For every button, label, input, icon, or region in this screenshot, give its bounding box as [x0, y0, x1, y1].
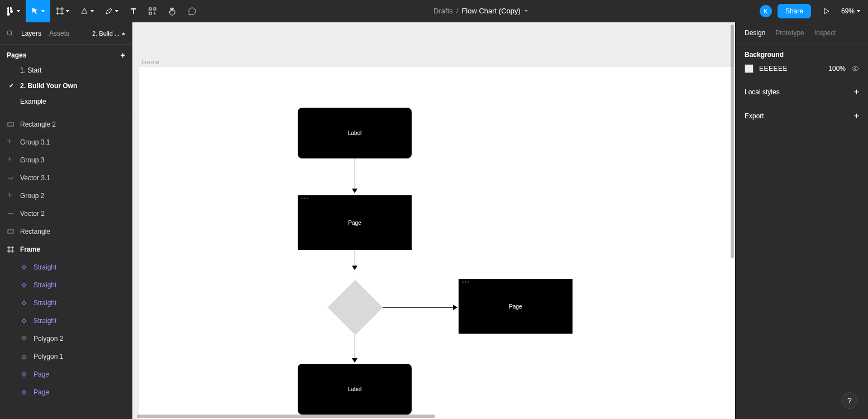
frame-label[interactable]: Frame: [141, 59, 159, 65]
export-section[interactable]: Export +: [736, 104, 868, 128]
layer-row[interactable]: Straight: [0, 276, 132, 294]
layer-row[interactable]: Vector 3.1: [0, 169, 132, 187]
flowchart-box-3[interactable]: Page: [459, 279, 573, 334]
diamond-icon: [20, 389, 28, 396]
move-tool[interactable]: [26, 0, 50, 22]
layer-row[interactable]: Group 3: [0, 151, 132, 169]
share-button[interactable]: Share: [778, 4, 811, 18]
page-indicator[interactable]: 2. Build ...: [92, 30, 125, 37]
zoom-menu[interactable]: 69%: [841, 7, 860, 15]
export-title: Export: [745, 112, 764, 120]
layers-section: Rectangle 2Group 3.1Group 3Vector 3.1Gro…: [0, 113, 132, 419]
add-page-button[interactable]: +: [121, 51, 125, 59]
svg-rect-7: [8, 157, 9, 159]
scrollbar-thumb[interactable]: [731, 25, 734, 258]
layer-row[interactable]: Straight: [0, 312, 132, 330]
svg-rect-15: [22, 319, 26, 322]
layer-row[interactable]: Polygon 2: [0, 330, 132, 348]
top-toolbar: Drafts / Flow Chart (Copy) K Share 69%: [0, 0, 868, 22]
page-item-build-your-own[interactable]: 2. Build Your Own: [0, 78, 132, 94]
text-tool[interactable]: [124, 0, 143, 22]
poly-down-icon: [20, 335, 28, 342]
play-icon: [822, 7, 830, 15]
color-swatch[interactable]: [745, 64, 753, 73]
tab-design[interactable]: Design: [745, 29, 765, 37]
user-avatar[interactable]: K: [760, 5, 772, 17]
tab-layers[interactable]: Layers: [21, 30, 41, 37]
shape-tool[interactable]: [75, 0, 99, 22]
vector-icon: [7, 175, 15, 181]
right-panel-tabs: Design Prototype Inspect: [736, 22, 868, 44]
canvas[interactable]: Frame Label Page: [132, 22, 735, 419]
svg-point-18: [855, 68, 856, 70]
svg-rect-9: [8, 193, 9, 195]
layer-label: Polygon 1: [34, 353, 63, 360]
layer-row[interactable]: Frame: [0, 240, 132, 258]
figma-logo-icon: [6, 7, 15, 16]
hand-tool[interactable]: [162, 0, 182, 22]
main-menu-button[interactable]: [0, 0, 26, 22]
group-icon: [7, 157, 15, 163]
layer-row[interactable]: Group 2: [0, 187, 132, 205]
resources-tool[interactable]: [143, 0, 162, 22]
add-export-button[interactable]: +: [854, 111, 859, 121]
tab-inspect[interactable]: Inspect: [814, 29, 836, 37]
search-icon[interactable]: [7, 30, 13, 37]
pages-title: Pages: [7, 51, 26, 59]
layer-row[interactable]: Straight: [0, 294, 132, 312]
layer-row[interactable]: Vector 2: [0, 205, 132, 223]
avatar-initial: K: [764, 8, 767, 15]
frame-tool[interactable]: [50, 0, 75, 22]
tab-assets[interactable]: Assets: [49, 30, 69, 37]
comment-tool[interactable]: [182, 0, 202, 22]
layer-label: Straight: [34, 281, 56, 289]
layer-row[interactable]: Straight: [0, 258, 132, 276]
workspace: Layers Assets 2. Build ... Pages + 1. St…: [0, 22, 868, 419]
layer-label: Straight: [34, 263, 56, 271]
layer-row[interactable]: Group 3.1: [0, 133, 132, 151]
layer-label: Rectangle 2: [20, 121, 56, 128]
browser-dots-icon: [301, 198, 308, 199]
frame-icon: [56, 7, 64, 15]
visibility-icon[interactable]: [851, 65, 859, 73]
layer-row[interactable]: Rectangle: [0, 223, 132, 240]
layer-label: Group 3: [20, 156, 44, 164]
frame-surface[interactable]: Label Page Page: [139, 67, 735, 419]
layer-row[interactable]: Rectangle 2: [0, 115, 132, 133]
line-icon: [7, 210, 15, 217]
cursor-icon: [31, 7, 39, 15]
page-item-start[interactable]: 1. Start: [0, 62, 132, 78]
local-styles-section[interactable]: Local styles +: [736, 80, 868, 104]
present-button[interactable]: [817, 7, 836, 15]
rect-icon: [7, 121, 15, 128]
background-row[interactable]: EEEEEE 100%: [745, 64, 859, 73]
canvas-scrollbar-vertical[interactable]: [729, 22, 735, 412]
background-opacity[interactable]: 100%: [828, 65, 846, 73]
diamond-icon: [20, 264, 28, 271]
layer-label: Frame: [20, 245, 40, 253]
layer-row[interactable]: Page: [0, 383, 132, 401]
svg-rect-13: [22, 283, 26, 287]
box4-label: Label: [348, 386, 361, 392]
add-style-button[interactable]: +: [854, 87, 859, 97]
pen-tool[interactable]: [99, 0, 124, 22]
tab-prototype[interactable]: Prototype: [775, 29, 804, 37]
help-button[interactable]: ?: [841, 392, 858, 409]
layer-label: Page: [34, 370, 49, 378]
flowchart-box-1[interactable]: Label: [298, 108, 412, 158]
flowchart-diamond[interactable]: [328, 280, 383, 335]
canvas-scrollbar-horizontal[interactable]: [132, 413, 728, 419]
layer-row[interactable]: Polygon 1: [0, 348, 132, 365]
svg-rect-0: [149, 8, 151, 10]
flowchart-box-2[interactable]: Page: [298, 195, 412, 250]
layer-row[interactable]: Page: [0, 365, 132, 383]
flowchart-box-4[interactable]: Label: [298, 364, 412, 415]
background-hex[interactable]: EEEEEE: [759, 65, 823, 73]
file-breadcrumb[interactable]: Drafts / Flow Chart (Copy): [202, 7, 760, 15]
scrollbar-thumb[interactable]: [137, 415, 435, 418]
svg-rect-10: [9, 195, 11, 196]
svg-rect-14: [22, 301, 26, 305]
page-item-example[interactable]: Example: [0, 94, 132, 109]
svg-rect-5: [8, 139, 9, 141]
pages-section: Pages + 1. Start 2. Build Your Own Examp…: [0, 45, 132, 113]
